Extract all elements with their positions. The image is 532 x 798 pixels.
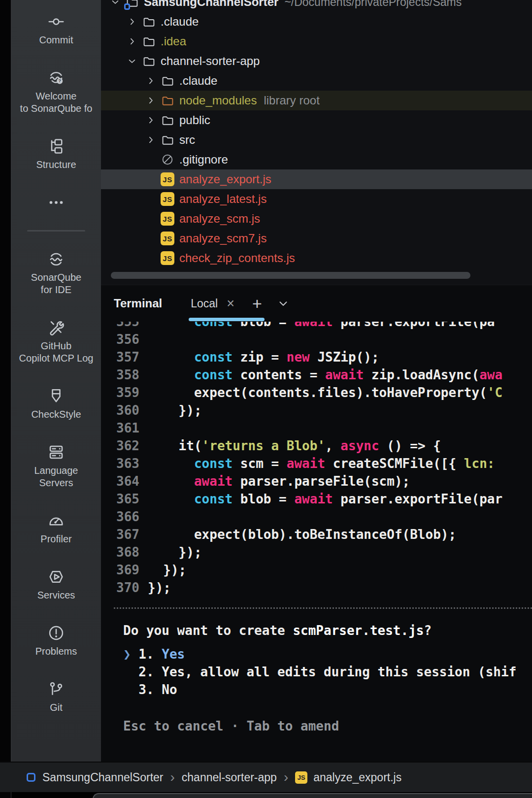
tree-row[interactable]: .idea bbox=[101, 32, 532, 51]
terminal-line: 356 bbox=[101, 331, 532, 348]
tree-row[interactable]: channel-sorter-app bbox=[101, 51, 532, 71]
code-segment: 2. Yes, allow all edits during this sess… bbox=[123, 665, 516, 679]
tree-row[interactable]: JSanalyze_scm7.js bbox=[101, 229, 532, 248]
line-number: 365 bbox=[101, 490, 139, 508]
profiler-icon bbox=[47, 512, 65, 530]
tree-row[interactable]: .claude bbox=[101, 71, 532, 91]
tree-item-label: channel-sorter-app bbox=[161, 54, 260, 68]
tree-row[interactable]: JSanalyze_export.js bbox=[101, 169, 532, 189]
tree-row[interactable]: SamsungChannelSorter~/Documents/privateP… bbox=[101, 0, 532, 12]
tree-item-label: src bbox=[179, 133, 195, 147]
tree-item-label: analyze_scm.js bbox=[179, 212, 260, 226]
tree-item-label: analyze_export.js bbox=[179, 172, 271, 186]
sidebar-item-welcome[interactable]: ?Welcometo SonarQube fo bbox=[20, 69, 93, 115]
sidebar-item-sonarqube[interactable]: SonarQubefor IDE bbox=[31, 250, 81, 296]
tree-horizontal-scrollbar[interactable] bbox=[111, 272, 470, 279]
project-icon bbox=[27, 773, 35, 782]
tree-row[interactable]: .gitignore bbox=[101, 150, 532, 169]
active-tab-underline bbox=[189, 318, 265, 321]
structure-icon bbox=[47, 137, 65, 155]
chevron-down-icon[interactable] bbox=[107, 0, 124, 12]
sidebar-item-label: Structure bbox=[36, 159, 76, 171]
terminal-output[interactable]: 355 const blob = await parser.exportFile… bbox=[101, 322, 532, 762]
sidebar-item-checkstyle[interactable]: CheckStyle bbox=[31, 387, 81, 421]
chevron-right-icon[interactable] bbox=[142, 110, 159, 130]
sidebar-item-label: LanguageServers bbox=[34, 465, 78, 489]
folder-icon bbox=[161, 94, 174, 107]
code-text bbox=[139, 419, 148, 437]
breadcrumb-project[interactable]: SamsungChannelSorter bbox=[42, 771, 163, 784]
sidebar-item-structure[interactable]: Structure bbox=[36, 137, 76, 171]
line-number: 362 bbox=[101, 437, 139, 455]
commit-icon bbox=[47, 13, 65, 31]
chevron-right-icon[interactable] bbox=[142, 91, 159, 110]
code-segment: scmParser.test.js bbox=[293, 623, 424, 638]
chevron-right-icon[interactable] bbox=[142, 71, 159, 91]
sidebar-item-label: CheckStyle bbox=[31, 408, 81, 421]
sidebar-item-github[interactable]: GitHubCopilot MCP Log bbox=[19, 319, 94, 365]
code-segment: 'C bbox=[487, 385, 502, 400]
terminal-panel: Terminal Local × + 355 const blob = awai… bbox=[101, 285, 532, 762]
chevron-placeholder bbox=[142, 229, 159, 248]
sidebar-item-git[interactable]: Git bbox=[47, 680, 65, 714]
folder-icon bbox=[142, 15, 156, 29]
chevron-down-icon[interactable] bbox=[277, 297, 290, 310]
code-segment: , bbox=[325, 438, 340, 453]
breadcrumb-file-label: analyze_export.js bbox=[313, 771, 401, 784]
tree-row[interactable]: JSanalyze_latest.js bbox=[101, 189, 532, 209]
code-segment: }); bbox=[148, 403, 202, 418]
more-icon bbox=[47, 194, 65, 211]
tree-row[interactable]: src bbox=[101, 130, 532, 150]
js-file-icon: JS bbox=[159, 229, 176, 248]
chevron-right-icon[interactable] bbox=[124, 12, 140, 32]
js-file-icon: JS bbox=[161, 212, 174, 226]
tree-row[interactable]: .claude bbox=[101, 12, 532, 32]
terminal-line: 355 const blob = await parser.exportFile… bbox=[101, 322, 532, 331]
sidebar-item-label: Welcometo SonarQube fo bbox=[20, 90, 93, 115]
close-tab-icon[interactable]: × bbox=[227, 297, 234, 310]
new-terminal-tab-button[interactable]: + bbox=[252, 295, 262, 312]
checkstyle-icon bbox=[47, 387, 65, 405]
chevron-down-icon[interactable] bbox=[124, 51, 140, 71]
terminal-tab-local[interactable]: Local × bbox=[191, 297, 234, 310]
code-segment: () => { bbox=[379, 438, 441, 453]
breadcrumb-file[interactable]: JS analyze_export.js bbox=[295, 771, 401, 784]
language-servers-icon bbox=[47, 443, 65, 461]
tree-row[interactable]: node_moduleslibrary root bbox=[101, 91, 532, 110]
chevron-right-icon[interactable] bbox=[124, 32, 140, 51]
code-segment: it( bbox=[148, 438, 202, 453]
folder-icon bbox=[161, 74, 174, 88]
code-text: const blob = await parser.exportFile(pa bbox=[139, 322, 495, 331]
breadcrumb-folder[interactable]: channel-sorter-app bbox=[182, 771, 277, 784]
terminal-line: 359 expect(contents.files).toHavePropert… bbox=[101, 384, 532, 401]
terminal-line: 363 const scm = await createSCMFile([{ l… bbox=[101, 455, 532, 472]
sidebar-item-problems[interactable]: Problems bbox=[35, 624, 77, 658]
code-text: const scm = await createSCMFile([{ lcn: bbox=[139, 455, 495, 472]
prompt-hint: Esc to cancel · Tab to amend bbox=[101, 717, 532, 735]
js-file-icon: JS bbox=[161, 172, 174, 186]
code-segment: 'returns a Blob' bbox=[202, 438, 325, 453]
code-segment: Yes bbox=[162, 647, 185, 662]
code-text: await parser.parseFile(scm); bbox=[139, 472, 410, 490]
sidebar-item-profiler[interactable]: Profiler bbox=[40, 512, 71, 545]
tree-item-suffix: library root bbox=[264, 94, 319, 107]
code-text: const blob = await parser.exportFile(par bbox=[139, 490, 502, 508]
sidebar-item-more[interactable] bbox=[47, 194, 65, 211]
terminal-line: 370}); bbox=[101, 579, 532, 597]
sidebar-item-commit[interactable]: Commit bbox=[39, 13, 73, 46]
tree-row[interactable]: JScheck_zip_contents.js bbox=[101, 248, 532, 268]
tree-row[interactable]: public bbox=[101, 110, 532, 130]
sidebar-item-services[interactable]: Services bbox=[37, 568, 75, 601]
line-number: 356 bbox=[101, 331, 139, 348]
tree-row[interactable]: JSanalyze_scm.js bbox=[101, 209, 532, 229]
project-tree-panel[interactable]: SamsungChannelSorter~/Documents/privateP… bbox=[101, 0, 532, 285]
folder-icon bbox=[161, 114, 174, 127]
js-file-icon: JS bbox=[161, 232, 174, 245]
line-number: 364 bbox=[101, 472, 139, 490]
sidebar-item-language[interactable]: LanguageServers bbox=[34, 443, 78, 489]
code-segment bbox=[148, 474, 194, 489]
chevron-right-icon[interactable] bbox=[142, 130, 159, 150]
sonarqube-icon bbox=[47, 250, 65, 268]
code-segment: async bbox=[340, 438, 379, 453]
code-segment: await bbox=[194, 474, 233, 489]
